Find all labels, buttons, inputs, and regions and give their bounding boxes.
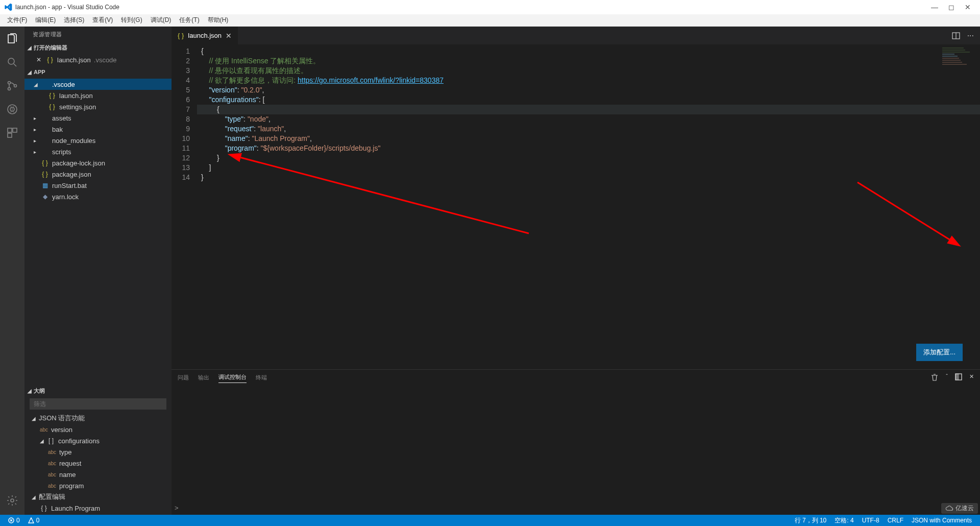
outline-item-label: JSON 语言功能 (39, 414, 85, 423)
close-button[interactable]: ✕ (965, 3, 971, 11)
menu-debug[interactable]: 调试(D) (146, 15, 176, 26)
outline-filter-input[interactable] (30, 398, 166, 410)
string-icon: abc (48, 449, 56, 455)
svg-point-0 (8, 58, 14, 64)
svg-rect-6 (8, 128, 12, 132)
panel-body[interactable]: > (172, 385, 980, 515)
scm-icon[interactable] (5, 79, 19, 93)
open-editors-header[interactable]: ◢打开的编辑器 (24, 42, 172, 53)
maximize-panel-icon[interactable] (955, 373, 962, 381)
sidebar-title: 资源管理器 (24, 27, 172, 42)
svg-rect-7 (13, 128, 17, 132)
folder-item[interactable]: ▸assets (24, 112, 172, 124)
settings-icon[interactable] (5, 493, 19, 508)
status-lang[interactable]: JSON with Comments (908, 516, 976, 525)
search-icon[interactable] (5, 55, 19, 69)
collapse-panel-icon[interactable]: ˆ (946, 373, 948, 381)
outline-item[interactable]: abcname (24, 469, 172, 480)
outline-item[interactable]: { }Launch Program (24, 503, 172, 514)
menu-edit[interactable]: 编辑(E) (31, 15, 60, 26)
object-icon: { } (40, 505, 48, 512)
menu-select[interactable]: 选择(S) (60, 15, 88, 26)
console-prompt: > (175, 504, 179, 512)
menu-file[interactable]: 文件(F) (3, 15, 31, 26)
explorer-icon[interactable] (5, 32, 19, 46)
more-actions-icon[interactable]: ··· (967, 31, 974, 40)
minimap[interactable] (942, 46, 973, 87)
outline-item[interactable]: ◢[ ]configurations (24, 435, 172, 446)
outline-tree: ◢JSON 语言功能abcversion◢[ ]configurationsab… (24, 412, 172, 515)
panel-tab-debug-console[interactable]: 调试控制台 (218, 372, 247, 383)
chevron-icon: ▸ (34, 127, 41, 132)
tree-item-label: settings.json (59, 103, 96, 111)
panel-tab-problems[interactable]: 问题 (178, 372, 189, 383)
bat-file-icon: ▦ (41, 182, 49, 189)
file-item[interactable]: { }launch.json (24, 90, 172, 101)
file-item[interactable]: { }package-lock.json (24, 157, 172, 169)
svg-point-2 (8, 88, 11, 90)
panel-header: 问题 输出 调试控制台 终端 ˆ ✕ (172, 370, 980, 385)
file-item[interactable]: { }package.json (24, 169, 172, 180)
minimize-button[interactable]: — (931, 3, 938, 11)
string-icon: abc (40, 427, 48, 433)
panel-tab-output[interactable]: 输出 (198, 372, 209, 383)
chevron-icon: ◢ (32, 494, 39, 500)
extensions-icon[interactable] (5, 126, 19, 140)
json-file-icon: { } (48, 103, 56, 110)
chevron-icon: ◢ (34, 82, 41, 87)
tree-item-label: assets (52, 114, 71, 122)
menu-goto[interactable]: 转到(G) (117, 15, 146, 26)
add-configuration-button[interactable]: 添加配置... (916, 344, 963, 361)
project-header[interactable]: ◢APP (24, 66, 172, 78)
folder-item[interactable]: ▸node_modules (24, 135, 172, 146)
clear-console-icon[interactable] (930, 373, 939, 381)
folder-item[interactable]: ▸bak (24, 124, 172, 135)
string-icon: abc (48, 472, 56, 477)
status-cursor[interactable]: 行 7，列 10 (791, 516, 831, 525)
outline-item-label: configurations (58, 437, 100, 445)
outline-item[interactable]: ◢配置编辑 (24, 491, 172, 503)
file-item[interactable]: { }settings.json (24, 101, 172, 112)
status-errors[interactable]: 0 (4, 517, 24, 524)
status-eol[interactable]: CRLF (884, 516, 908, 525)
status-encoding[interactable]: UTF-8 (858, 516, 884, 525)
folder-item[interactable]: ▸scripts (24, 146, 172, 157)
array-icon: [ ] (47, 437, 55, 444)
close-panel-icon[interactable]: ✕ (969, 373, 974, 381)
svg-point-9 (11, 499, 14, 502)
outline-item[interactable]: abcprogram (24, 480, 172, 491)
outline-item[interactable]: abctype (24, 446, 172, 458)
sidebar: 资源管理器 ◢打开的编辑器 ✕ { } launch.json .vscode … (24, 27, 172, 515)
outline-item[interactable]: ◢JSON 语言功能 (24, 413, 172, 424)
open-editor-name: launch.json (57, 56, 91, 64)
json-file-icon: { } (178, 32, 184, 39)
outline-item[interactable]: abcversion (24, 424, 172, 435)
panel-tab-terminal[interactable]: 终端 (256, 372, 267, 383)
svg-rect-8 (8, 133, 12, 137)
maximize-button[interactable]: ◻ (948, 3, 954, 11)
tree-item-label: package.json (52, 171, 91, 178)
close-icon[interactable]: ✕ (35, 56, 43, 63)
debug-icon[interactable] (5, 102, 19, 116)
status-spaces[interactable]: 空格: 4 (830, 516, 857, 525)
status-warnings[interactable]: 0 (24, 517, 44, 524)
outline-header[interactable]: ◢大纲 (24, 385, 172, 396)
menu-help[interactable]: 帮助(H) (204, 15, 233, 26)
file-item[interactable]: ▦runStart.bat (24, 180, 172, 191)
tab-close-icon[interactable]: ✕ (226, 32, 232, 40)
menu-view[interactable]: 查看(V) (88, 15, 117, 26)
json-file-icon: { } (41, 159, 49, 166)
code-body[interactable]: { // 使用 IntelliSense 了解相关属性。 // 悬停以查看现有属… (197, 44, 980, 369)
folder-item[interactable]: ◢.vscode (24, 79, 172, 90)
outline-item-label: request (59, 460, 81, 467)
split-editor-icon[interactable] (952, 32, 960, 40)
string-icon: abc (48, 483, 56, 489)
open-editor-item[interactable]: ✕ { } launch.json .vscode (24, 54, 172, 65)
outline-item-label: program (59, 482, 84, 490)
tab-launch-json[interactable]: { } launch.json ✕ (172, 27, 238, 44)
menu-tasks[interactable]: 任务(T) (175, 15, 203, 26)
tree-item-label: scripts (52, 148, 71, 156)
file-item[interactable]: ◆yarn.lock (24, 191, 172, 202)
code-editor[interactable]: 1234567891011121314 { // 使用 IntelliSense… (172, 44, 980, 369)
outline-item[interactable]: abcrequest (24, 458, 172, 469)
